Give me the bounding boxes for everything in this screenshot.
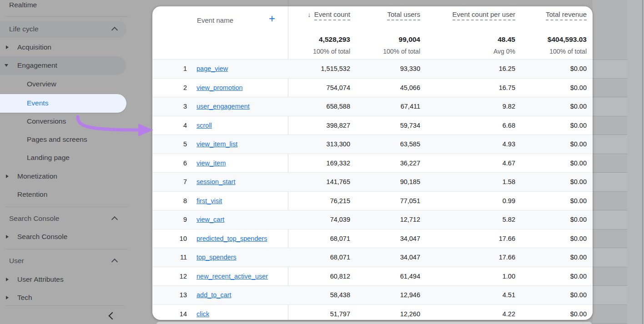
event-name-link[interactable]: view_cart [196,216,224,223]
event-count-cell: 68,071 [330,254,350,261]
nav-section-life-cycle[interactable]: Life cycle [9,25,39,33]
total-revenue-cell: $0.00 [570,84,587,91]
event-name-cell: predicted_top_spenders [196,235,267,242]
row-number: 14 [152,310,187,318]
total-users-cell: 12,260 [400,310,420,318]
sidebar-item-realtime[interactable]: Realtime [9,1,37,9]
row-number: 10 [152,235,187,242]
table-row: 2 view_promotion 754,074 45,066 16.75 $0… [152,79,593,98]
sidebar-item-acquisition[interactable]: Acquisition [17,43,51,51]
event-count-cell: 1,515,532 [321,65,350,72]
sidebar-item-monetization[interactable]: Monetization [17,172,57,180]
total-users-cell: 12,946 [400,291,420,299]
event-name-column-header[interactable]: Event name [197,16,233,24]
event-count-cell: 398,827 [327,122,350,129]
event-count-per-user-cell: 4.67 [503,160,515,167]
total-revenue-cell: $0.00 [570,122,587,129]
sidebar-item-tech[interactable]: Tech [17,294,32,302]
row-number: 12 [152,273,187,280]
collapse-nav-icon[interactable] [109,312,116,320]
event-count-per-user-cell: 6.68 [503,122,515,129]
event-name-link[interactable]: first_visit [196,197,222,204]
dimmed-rows [593,60,627,324]
event-name-cell: page_view [196,65,228,72]
table-row: 1 page_view 1,515,532 93,330 16.25 $0.00 [152,60,593,79]
row-number: 4 [152,122,187,129]
dimmed-table-continuation [593,0,644,324]
row-number: 3 [152,103,187,110]
event-name-link[interactable]: view_item_list [196,140,237,148]
event-name-cell: view_cart [196,216,224,223]
nav-section-user[interactable]: User [9,257,24,265]
event-name-link[interactable]: session_start [196,178,235,185]
table-row: 14 click 51,797 12,260 4.22 $0.00 [152,305,593,320]
event-name-link[interactable]: user_engagement [196,103,250,110]
total-revenue-cell: $0.00 [570,197,587,204]
triangle-right-icon [6,174,9,178]
event-name-cell: user_engagement [196,103,250,110]
nav-section-search-console[interactable]: Search Console [9,214,59,223]
events-selected-pill[interactable] [0,94,126,113]
table-row: 7 session_start 141,765 90,185 1.58 $0.0… [152,173,593,192]
event-count-per-user-cell: 0.99 [503,197,515,204]
event-name-link[interactable]: click [196,310,209,318]
sidebar-item-landing-page[interactable]: Landing page [27,154,70,162]
sidebar-item-user-attributes[interactable]: User Attributes [17,275,64,284]
event-name-cell: view_item [196,160,226,167]
column-total-users: Total users 99,004 100% of total [316,6,420,59]
sidebar-item-search-console[interactable]: Search Console [17,233,67,241]
sidebar-item-engagement[interactable]: Engagement [17,61,57,70]
event-count-cell: 51,797 [330,310,350,318]
total-users-cell: 90,185 [400,178,420,185]
table-row: 9 view_cart 74,039 12,712 5.82 $0.00 [152,210,593,229]
scrollbar[interactable] [642,0,643,324]
total-revenue-cell: $0.00 [570,235,587,242]
triangle-down-icon [5,64,8,67]
triangle-right-icon [6,235,9,239]
total-revenue-cell: $0.00 [570,291,587,299]
event-name-cell: new_recent_active_user [196,273,268,280]
event-count-per-user-cell: 9.82 [503,103,515,110]
total-users-cell: 77,051 [400,197,420,204]
event-name-link[interactable]: top_spenders [196,254,236,261]
event-name-cell: view_item_list [196,140,237,148]
total-users-cell: 67,411 [401,103,420,110]
sidebar-item-conversions[interactable]: Conversions [27,117,66,125]
triangle-right-icon [6,45,9,49]
row-number: 9 [152,216,187,223]
total-revenue-cell: $0.00 [570,254,587,261]
event-name-cell: view_promotion [196,84,243,91]
triangle-right-icon [6,296,9,299]
event-name-link[interactable]: view_item [196,160,226,167]
sort-descending-icon: ↓ [307,10,311,18]
annotation-arrow [74,115,157,138]
event-count-cell: 74,039 [330,216,350,223]
table-row: 12 new_recent_active_user 60,812 61,494 … [152,267,593,286]
table-row: 13 add_to_cart 58,438 12,946 4.51 $0.00 [152,286,593,305]
events-table-card: Event name + ↓Event count 4,528,293 100%… [152,6,593,320]
event-name-link[interactable]: view_promotion [196,84,243,91]
sidebar-item-events[interactable]: Events [27,99,48,107]
event-name-link[interactable]: new_recent_active_user [196,273,268,280]
event-name-link[interactable]: page_view [196,65,228,72]
event-count-cell: 313,300 [327,140,350,148]
event-name-link[interactable]: scroll [196,122,212,129]
row-number: 11 [152,254,187,261]
total-revenue-cell: $0.00 [570,310,587,318]
event-count-cell: 68,071 [330,235,350,242]
dimmed-page-background [627,0,644,324]
row-number: 8 [152,197,187,204]
chevron-up-icon[interactable] [111,216,118,223]
total-users-cell: 59,734 [400,122,420,129]
sidebar-item-overview[interactable]: Overview [27,80,56,88]
event-name-link[interactable]: predicted_top_spenders [196,235,267,242]
sidebar-item-retention[interactable]: Retention [17,190,47,199]
event-name-link[interactable]: add_to_cart [196,291,231,299]
column-header-total-revenue[interactable]: Total revenue [546,10,587,20]
total-users-cell: 63,585 [400,140,420,148]
dimmed-column-divider [288,0,288,6]
total-revenue: $404,593.03 [548,35,587,44]
table-row: 5 view_item_list 313,300 63,585 4.93 $0.… [152,135,593,154]
event-name-cell: first_visit [196,197,222,204]
chevron-up-icon[interactable] [111,259,118,265]
